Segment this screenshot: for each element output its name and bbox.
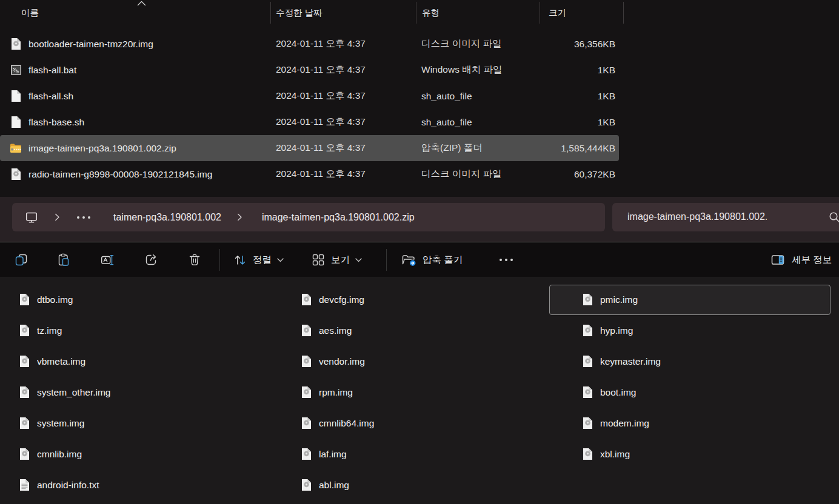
disc-file-icon — [18, 386, 30, 399]
delete-button[interactable] — [187, 243, 202, 277]
sort-button[interactable]: 정렬 — [233, 243, 284, 277]
grid-file-item[interactable]: devcfg.img — [296, 285, 563, 314]
column-header-type[interactable]: 유형 — [422, 7, 440, 19]
disc-file-icon — [18, 355, 30, 368]
disc-file-icon — [18, 293, 30, 307]
search-icon[interactable] — [828, 211, 839, 224]
copy-button[interactable] — [14, 243, 28, 277]
grid-file-item[interactable]: android-info.txt — [15, 471, 281, 499]
toolbar-divider — [386, 249, 387, 271]
file-name: flash-all.sh — [28, 91, 73, 102]
view-button[interactable]: 보기 — [311, 243, 362, 277]
column-header-date[interactable]: 수정한 날짜 — [276, 7, 323, 19]
view-label: 보기 — [331, 254, 350, 267]
search-box[interactable] — [612, 203, 839, 231]
file-row[interactable]: flash-all.sh 2024-01-11 오후 4:37 sh_auto_… — [0, 83, 619, 109]
column-divider — [270, 2, 271, 24]
file-name: android-info.txt — [37, 480, 99, 491]
this-pc-icon[interactable] — [24, 210, 39, 225]
grid-file-item[interactable]: cmnlib64.img — [296, 409, 563, 437]
file-name: dtbo.img — [37, 294, 73, 305]
grid-file-item[interactable]: vbmeta.img — [15, 347, 281, 376]
grid-file-item[interactable]: abl.img — [296, 471, 563, 499]
grid-file-item[interactable]: modem.img — [578, 409, 839, 437]
details-pane-icon — [770, 253, 786, 267]
file-row[interactable]: image-taimen-pq3a.190801.002.zip 2024-01… — [0, 135, 619, 161]
file-name: keymaster.img — [600, 356, 661, 367]
file-name: flash-all.bat — [28, 65, 76, 76]
grid-file-item[interactable]: laf.img — [296, 440, 563, 468]
rename-button[interactable] — [100, 243, 115, 277]
column-header-size[interactable]: 크기 — [549, 7, 566, 19]
file-size: 1KB — [539, 117, 615, 128]
file-explorer-window: 이름 수정한 날짜 유형 크기 bootloader-taimen-tmz20r… — [0, 0, 839, 504]
file-name: abl.img — [319, 480, 349, 491]
grid-file-item[interactable]: hyp.img — [578, 316, 839, 345]
file-name: hyp.img — [600, 325, 633, 336]
file-row[interactable]: radio-taimen-g8998-00008-1902121845.img … — [0, 161, 619, 187]
more-options-icon — [498, 258, 514, 262]
search-input[interactable] — [612, 203, 812, 230]
file-name-cell: radio-taimen-g8998-00008-1902121845.img — [0, 168, 270, 181]
file-list-pane: 이름 수정한 날짜 유형 크기 bootloader-taimen-tmz20r… — [0, 0, 839, 197]
disc-file-icon — [581, 355, 593, 368]
share-icon — [144, 253, 158, 267]
grid-file-item[interactable]: system.img — [15, 409, 281, 437]
command-toolbar: 정렬 보기 압축 풀기 세부 정보 — [0, 243, 839, 277]
disc-file-icon — [300, 293, 312, 307]
extract-label: 압축 풀기 — [423, 254, 463, 267]
file-name: devcfg.img — [319, 294, 364, 305]
file-name: system.img — [37, 418, 84, 429]
grid-file-item[interactable]: aes.img — [296, 316, 563, 345]
disc-file-icon — [581, 386, 593, 399]
grid-file-item[interactable]: cmnlib.img — [15, 440, 281, 468]
file-name: vendor.img — [319, 356, 365, 367]
grid-file-item[interactable]: vendor.img — [296, 347, 563, 376]
extract-button[interactable]: 압축 풀기 — [401, 243, 463, 277]
file-date: 2024-01-11 오후 4:37 — [270, 38, 416, 50]
file-name-cell: flash-all.bat — [0, 64, 270, 77]
file-name: flash-base.sh — [28, 117, 84, 128]
disc-file-icon — [10, 38, 22, 51]
share-button[interactable] — [144, 243, 158, 277]
details-pane-button[interactable]: 세부 정보 — [770, 243, 832, 277]
chevron-right-icon — [55, 213, 60, 221]
file-name-cell: bootloader-taimen-tmz20r.img — [0, 38, 270, 51]
file-name: pmic.img — [600, 294, 638, 305]
disc-file-icon — [300, 324, 312, 337]
disc-file-icon — [300, 386, 312, 399]
breadcrumb-bar[interactable]: taimen-pq3a.190801.002 image-taimen-pq3a… — [12, 203, 605, 231]
file-row[interactable]: flash-base.sh 2024-01-11 오후 4:37 sh_auto… — [0, 109, 619, 135]
grid-file-item[interactable]: rpm.img — [296, 378, 563, 406]
grid-file-item[interactable]: system_other.img — [15, 378, 281, 406]
breadcrumb-overflow-button[interactable] — [76, 216, 92, 219]
grid-file-item[interactable]: dtbo.img — [15, 285, 281, 314]
file-name: aes.img — [319, 325, 352, 336]
file-name: system_other.img — [37, 387, 110, 398]
grid-file-item[interactable]: boot.img — [578, 378, 839, 406]
grid-file-item[interactable]: tz.img — [15, 316, 281, 345]
file-name: bootloader-taimen-tmz20r.img — [28, 39, 153, 50]
grid-file-item[interactable]: keymaster.img — [578, 347, 839, 376]
disc-file-icon — [10, 168, 22, 181]
file-name: xbl.img — [600, 449, 630, 460]
file-row[interactable]: flash-all.bat 2024-01-11 오후 4:37 Windows… — [0, 57, 619, 83]
disc-file-icon — [18, 448, 30, 461]
breadcrumb-parent-folder[interactable]: taimen-pq3a.190801.002 — [113, 212, 221, 223]
file-row[interactable]: bootloader-taimen-tmz20r.img 2024-01-11 … — [0, 31, 619, 57]
grid-file-item[interactable]: xbl.img — [578, 440, 839, 468]
file-name: laf.img — [319, 449, 347, 460]
more-options-button[interactable] — [498, 243, 514, 277]
rename-icon — [100, 253, 115, 267]
paste-button[interactable] — [56, 243, 71, 277]
sort-label: 정렬 — [253, 254, 272, 267]
column-header-name[interactable]: 이름 — [21, 7, 39, 19]
breadcrumb-current-folder[interactable]: image-taimen-pq3a.190801.002.zip — [262, 212, 415, 223]
file-size: 36,356KB — [539, 39, 615, 50]
file-type: sh_auto_file — [416, 117, 539, 128]
disc-file-icon — [300, 355, 312, 368]
file-size: 60,372KB — [539, 169, 615, 180]
grid-file-item[interactable]: pmic.img — [578, 285, 839, 314]
file-rows: bootloader-taimen-tmz20r.img 2024-01-11 … — [0, 31, 619, 187]
file-type: Windows 배치 파일 — [416, 64, 539, 76]
